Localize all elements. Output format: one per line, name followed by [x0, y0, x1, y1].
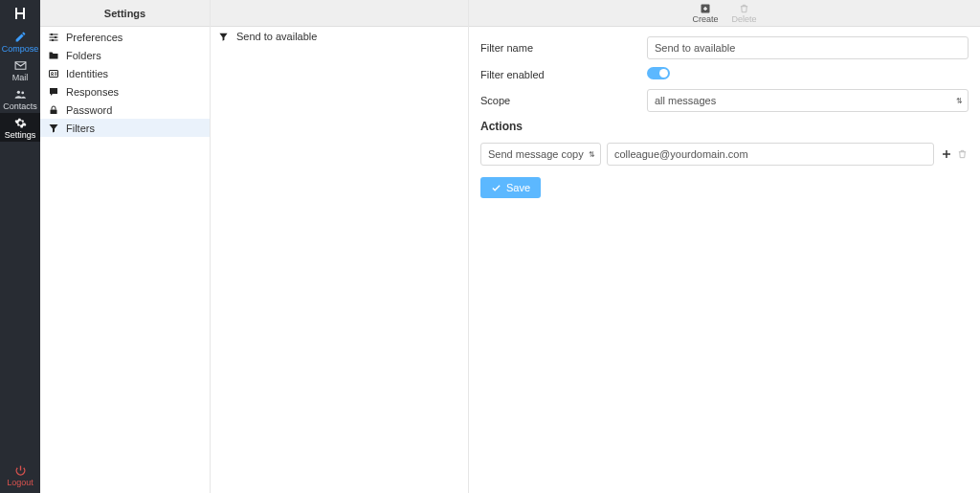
create-button[interactable]: Create — [688, 2, 722, 25]
settings-item-folders[interactable]: Folders — [40, 46, 210, 64]
editor-toolbar: Create Delete — [469, 0, 980, 27]
chat-icon — [48, 86, 59, 98]
app-taskbar: Compose Mail Contacts Settings Logout — [0, 0, 40, 493]
filters-panel-header — [211, 0, 468, 27]
settings-item-label: Preferences — [66, 32, 122, 43]
taskbar-settings-label: Settings — [5, 130, 36, 140]
settings-header: Settings — [40, 0, 210, 27]
svg-rect-5 — [50, 70, 58, 77]
taskbar-compose-label: Compose — [2, 44, 39, 54]
save-button[interactable]: Save — [480, 177, 541, 198]
remove-action-button[interactable] — [955, 147, 969, 161]
settings-item-password[interactable]: Password — [40, 101, 210, 119]
action-target-input[interactable] — [607, 143, 934, 166]
scope-label: Scope — [480, 95, 647, 106]
svg-point-2 — [51, 34, 53, 35]
mail-icon — [14, 59, 27, 72]
settings-item-filters[interactable]: Filters — [40, 119, 210, 137]
svg-point-6 — [52, 72, 54, 74]
check-icon — [491, 183, 501, 193]
delete-button-label: Delete — [732, 15, 757, 24]
filter-name-label: Filter name — [480, 42, 647, 54]
create-button-label: Create — [692, 15, 718, 24]
filter-item-label: Send to available — [236, 31, 317, 42]
gear-icon — [14, 117, 27, 129]
contacts-icon — [13, 88, 27, 101]
filter-editor-panel: Create Delete Filter name Filter enabled — [469, 0, 980, 493]
toggle-slider — [647, 67, 670, 79]
save-button-label: Save — [506, 182, 530, 193]
taskbar-contacts-label: Contacts — [3, 101, 37, 111]
compose-icon — [14, 31, 27, 43]
taskbar-mail[interactable]: Mail — [0, 56, 40, 84]
trash-icon — [739, 3, 749, 14]
settings-item-preferences[interactable]: Preferences — [40, 28, 210, 46]
taskbar-contacts[interactable]: Contacts — [0, 84, 40, 113]
filter-enabled-label: Filter enabled — [480, 69, 647, 80]
taskbar-compose[interactable]: Compose — [0, 27, 40, 56]
filter-icon — [48, 123, 59, 134]
id-card-icon — [48, 68, 59, 79]
taskbar-mail-label: Mail — [12, 73, 29, 82]
action-row: Send message copy to — [480, 143, 969, 166]
settings-item-identities[interactable]: Identities — [40, 64, 210, 82]
filters-panel: Send to available — [211, 0, 469, 493]
svg-point-3 — [55, 36, 56, 38]
taskbar-logout[interactable]: Logout — [0, 460, 40, 489]
scope-select[interactable]: all messages — [647, 89, 969, 112]
sliders-icon — [48, 32, 59, 43]
plus-square-icon — [700, 3, 711, 14]
svg-point-1 — [21, 91, 24, 94]
settings-item-label: Identities — [66, 68, 108, 79]
settings-item-label: Folders — [66, 50, 101, 61]
actions-heading: Actions — [480, 120, 969, 133]
taskbar-settings[interactable]: Settings — [0, 113, 40, 142]
settings-sections-panel: Settings Preferences Folders Identities … — [40, 0, 211, 493]
taskbar-logout-label: Logout — [7, 478, 33, 487]
settings-item-label: Responses — [66, 86, 119, 98]
settings-item-label: Filters — [66, 123, 95, 134]
svg-rect-7 — [51, 109, 57, 114]
lock-icon — [48, 104, 59, 116]
svg-point-4 — [52, 39, 54, 41]
power-icon — [14, 464, 27, 477]
add-action-button[interactable] — [940, 147, 953, 161]
filter-icon — [218, 32, 230, 42]
folder-icon — [48, 50, 59, 61]
action-type-select[interactable]: Send message copy to — [480, 143, 601, 166]
filter-enabled-toggle[interactable] — [647, 67, 670, 79]
filter-list-item[interactable]: Send to available — [211, 27, 468, 46]
filter-name-input[interactable] — [647, 36, 969, 59]
settings-list: Preferences Folders Identities Responses — [40, 27, 210, 137]
delete-button[interactable]: Delete — [728, 2, 761, 25]
settings-item-responses[interactable]: Responses — [40, 82, 210, 101]
settings-item-label: Password — [66, 104, 112, 116]
filter-form: Filter name Filter enabled Scope all mes… — [469, 27, 980, 493]
app-logo — [0, 0, 40, 27]
svg-point-0 — [17, 90, 20, 93]
